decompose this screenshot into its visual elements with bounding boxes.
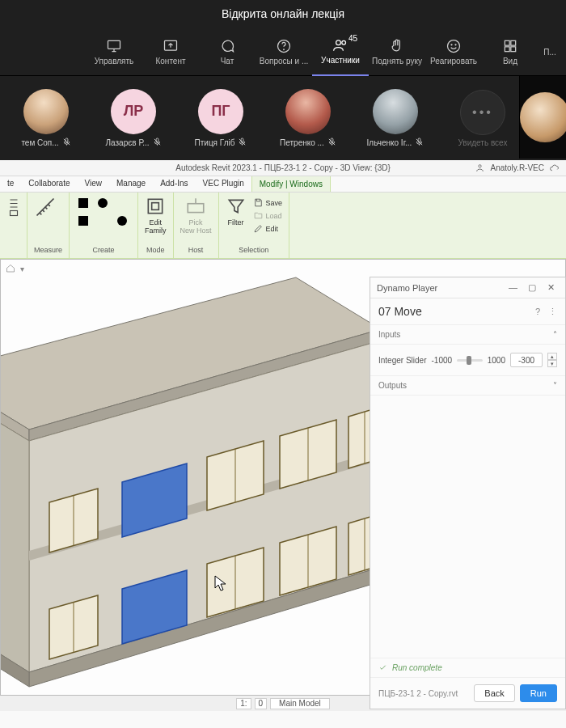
self-preview[interactable]: [519, 76, 566, 159]
participants-button[interactable]: 45 Участники: [312, 28, 369, 76]
tab-manage[interactable]: Manage: [109, 176, 153, 192]
dynamo-script-header: 07 Move ? ⋮: [370, 298, 565, 325]
share-screen-icon: [163, 38, 179, 54]
tab-vec-plugin[interactable]: VEC Plugin: [196, 176, 251, 192]
help-icon[interactable]: ?: [535, 307, 540, 317]
view-button[interactable]: Вид: [482, 28, 539, 76]
meeting-title: Відкрита онлайн лекція: [0, 0, 566, 28]
svg-rect-20: [152, 203, 159, 210]
user-icon: [475, 163, 485, 173]
chat-icon: [219, 38, 235, 54]
chevron-down-icon: ˅: [553, 381, 557, 390]
slider-value-input[interactable]: -300: [510, 353, 543, 367]
building-model: [1, 260, 381, 696]
monitor-icon: [106, 38, 122, 54]
participant-tile[interactable]: Ільченко Іг...: [359, 89, 432, 148]
chat-button[interactable]: Чат: [199, 28, 256, 76]
create-icon[interactable]: [115, 196, 129, 210]
create-icon[interactable]: [95, 196, 110, 210]
svg-point-6: [448, 40, 460, 53]
svg-point-4: [336, 40, 341, 45]
edit-family-button[interactable]: Edit Family: [145, 196, 167, 235]
teams-meeting-bar: Відкрита онлайн лекція Управлять Контент…: [0, 0, 566, 160]
shared-screen-revit: Autodesk Revit 2023.1 - ПЦБ-23-1 2 - Cop…: [0, 160, 566, 728]
participant-count: 45: [348, 34, 357, 43]
close-button[interactable]: ✕: [547, 282, 559, 294]
run-status: Run complete: [370, 658, 565, 677]
emoji-icon: [446, 38, 462, 54]
value-stepper[interactable]: ▴▾: [547, 353, 557, 367]
avatar: [520, 92, 566, 142]
tab-te[interactable]: te: [0, 176, 21, 192]
svg-rect-17: [78, 216, 88, 226]
create-icon[interactable]: [76, 196, 91, 210]
svg-rect-10: [511, 40, 516, 45]
minimize-button[interactable]: —: [509, 282, 520, 294]
save-selection-button[interactable]: Save: [253, 197, 283, 208]
ribbon-tabs: te Collaborate View Manage Add-Ins VEC P…: [0, 176, 566, 193]
svg-rect-11: [505, 47, 509, 52]
scale-chip[interactable]: 1:: [236, 698, 251, 709]
participant-tile[interactable]: ПГ Птиця Гліб: [184, 89, 257, 148]
measure-button[interactable]: [34, 196, 57, 218]
revit-titlebar: Autodesk Revit 2023.1 - ПЦБ-23-1 2 - Cop…: [0, 160, 566, 176]
avatar: [285, 89, 331, 134]
svg-point-5: [342, 40, 346, 44]
create-icon[interactable]: [95, 214, 110, 228]
pick-new-host-button[interactable]: Pick New Host: [180, 196, 212, 235]
tab-addins[interactable]: Add-Ins: [153, 176, 195, 192]
mic-muted-icon: [415, 138, 424, 148]
qa-icon: [276, 38, 292, 54]
modify-button[interactable]: [6, 196, 21, 218]
content-button[interactable]: Контент: [142, 28, 199, 76]
back-button[interactable]: Back: [474, 684, 514, 702]
participant-tile[interactable]: Петренко ...: [272, 89, 344, 148]
avatar: [373, 89, 418, 134]
manage-button[interactable]: Управлять: [86, 28, 142, 76]
dynamo-file-label: ПЦБ-23-1 2 - Copy.rvt: [378, 689, 458, 698]
more-button[interactable]: П...: [539, 28, 561, 76]
svg-rect-9: [505, 40, 509, 45]
more-icon[interactable]: ⋮: [548, 307, 557, 317]
svg-rect-0: [108, 40, 120, 49]
participant-gallery: тем Соп... ЛР Лазарєв Р... ПГ Птиця Гліб…: [0, 76, 519, 160]
participant-tile[interactable]: тем Соп...: [10, 89, 82, 148]
dynamo-titlebar[interactable]: Dynamo Player — ▢ ✕: [370, 277, 565, 298]
tab-view[interactable]: View: [78, 176, 110, 192]
mic-muted-icon: [153, 138, 162, 148]
svg-point-3: [284, 49, 285, 50]
slider-track[interactable]: [457, 359, 483, 362]
signed-in-user[interactable]: Anatoly.R-VEC: [475, 163, 560, 173]
see-all-tile[interactable]: ••• Увидеть всех: [446, 90, 519, 147]
raise-hand-button[interactable]: Поднять руку: [369, 28, 425, 76]
ellipsis-icon: •••: [460, 90, 505, 135]
avatar: [23, 89, 69, 134]
load-selection-button[interactable]: Load: [253, 210, 283, 221]
filter-button[interactable]: Filter: [226, 196, 247, 226]
participant-tile[interactable]: ЛР Лазарєв Р...: [97, 89, 170, 148]
react-button[interactable]: Реагировать: [425, 28, 482, 76]
teams-toolbar: Управлять Контент Чат Вопросы и ... 45 У…: [0, 28, 566, 76]
mic-muted-icon: [238, 138, 247, 148]
svg-point-13: [479, 165, 481, 167]
tab-modify-windows[interactable]: Modify | Windows: [251, 176, 331, 192]
svg-rect-19: [149, 199, 163, 213]
workset-chip[interactable]: Main Model: [270, 698, 330, 709]
create-icon[interactable]: [115, 214, 129, 228]
svg-point-8: [455, 44, 456, 45]
tab-collaborate[interactable]: Collaborate: [21, 176, 77, 192]
svg-rect-12: [511, 47, 516, 52]
avatar: ПГ: [198, 89, 243, 134]
integer-slider-row: Integer Slider -1000 1000 -300 ▴▾: [370, 345, 565, 376]
ribbon: Measure Create Edit Family Mode: [0, 193, 566, 259]
slider-knob[interactable]: [467, 356, 471, 365]
edit-selection-button[interactable]: Edit: [253, 223, 283, 234]
create-icon[interactable]: [76, 214, 91, 228]
raise-hand-icon: [389, 38, 405, 54]
run-button[interactable]: Run: [520, 684, 557, 702]
outputs-section[interactable]: Outputs ˅: [370, 376, 565, 396]
maximize-button[interactable]: ▢: [528, 282, 539, 294]
qa-button[interactable]: Вопросы и ...: [256, 28, 312, 76]
zero-chip[interactable]: 0: [255, 698, 268, 709]
inputs-section[interactable]: Inputs ˄: [370, 325, 565, 345]
